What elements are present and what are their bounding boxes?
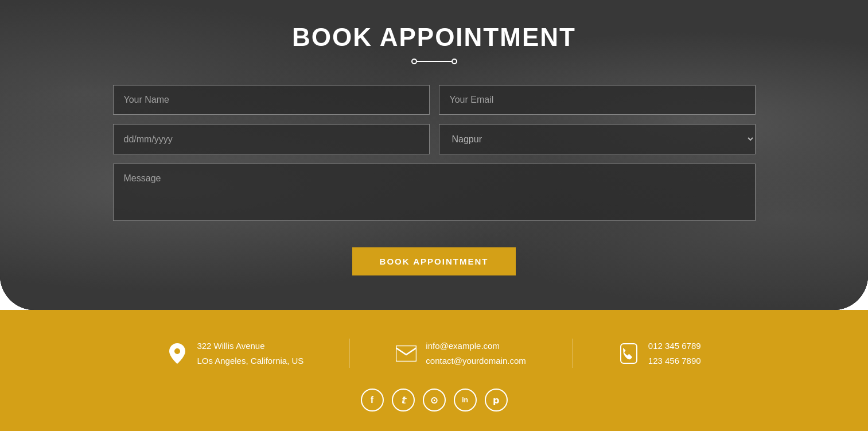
hero-section: BOOK APPOINTMENT Nagpur Mumbai BOOK APPO… [0, 0, 868, 310]
address-contact: 322 Willis Avenue LOs Angeles, Californi… [121, 339, 350, 368]
pinterest-button[interactable]: 𝗽 [485, 389, 508, 411]
address-text: 322 Willis Avenue LOs Angeles, Californi… [197, 339, 303, 368]
appointment-form: Nagpur Mumbai BOOK APPOINTMENT [113, 85, 756, 275]
linkedin-button[interactable]: in [454, 389, 477, 411]
hero-content: BOOK APPOINTMENT Nagpur Mumbai BOOK APPO… [0, 0, 868, 275]
city-select[interactable]: Nagpur Mumbai [439, 124, 756, 154]
email-icon [396, 343, 417, 364]
name-input[interactable] [113, 85, 430, 115]
phone-text: 012 345 6789 123 456 7890 [648, 339, 701, 368]
email-contact: info@example.com contact@yourdomain.com [350, 339, 572, 368]
twitter-button[interactable]: 𝕥 [392, 389, 415, 411]
footer-contacts: 322 Willis Avenue LOs Angeles, Californi… [0, 339, 868, 368]
pinterest-icon: 𝗽 [493, 395, 499, 406]
form-row-3 [113, 164, 756, 221]
date-input[interactable] [113, 124, 430, 154]
location-icon [167, 343, 188, 364]
social-links: f 𝕥 ⊙ in 𝗽 [361, 389, 508, 411]
instagram-icon: ⊙ [430, 395, 438, 406]
message-input[interactable] [113, 164, 756, 221]
twitter-icon: 𝕥 [401, 395, 405, 406]
address-line2: LOs Angeles, California, US [197, 354, 303, 368]
instagram-button[interactable]: ⊙ [423, 389, 446, 411]
phone2: 123 456 7890 [648, 354, 701, 368]
submit-button[interactable]: BOOK APPOINTMENT [352, 247, 516, 275]
divider-circle-left [411, 59, 417, 64]
form-row-1 [113, 85, 756, 115]
form-row-2: Nagpur Mumbai [113, 124, 756, 154]
phone1: 012 345 6789 [648, 339, 701, 354]
address-line1: 322 Willis Avenue [197, 339, 303, 354]
footer-section: 322 Willis Avenue LOs Angeles, Californi… [0, 310, 868, 431]
page-title: BOOK APPOINTMENT [292, 23, 576, 52]
phone-icon [618, 343, 639, 364]
linkedin-icon: in [462, 396, 468, 404]
facebook-button[interactable]: f [361, 389, 384, 411]
email1: info@example.com [426, 339, 526, 354]
email2: contact@yourdomain.com [426, 354, 526, 368]
divider-line [417, 61, 451, 62]
phone-contact: 012 345 6789 123 456 7890 [573, 339, 747, 368]
email-text: info@example.com contact@yourdomain.com [426, 339, 526, 368]
title-divider [411, 59, 457, 64]
svg-rect-0 [396, 345, 417, 362]
email-input[interactable] [439, 85, 756, 115]
divider-circle-right [451, 59, 457, 64]
facebook-icon: f [371, 395, 373, 405]
